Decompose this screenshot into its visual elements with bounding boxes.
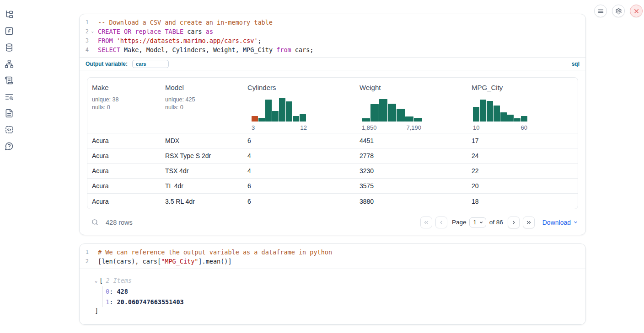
table-row[interactable]: AcuraTL 4dr6357520 <box>87 179 578 194</box>
table-cell: 6 <box>243 198 355 205</box>
column-name: Make <box>92 84 156 91</box>
line-number: 4 <box>80 45 94 54</box>
help-chat-icon[interactable] <box>4 141 15 152</box>
search-icon[interactable] <box>91 218 99 226</box>
histogram-bar[interactable] <box>388 104 396 122</box>
histogram-bar[interactable] <box>265 100 272 122</box>
histogram-bar[interactable] <box>507 115 514 122</box>
hamburger-icon <box>597 8 604 15</box>
python-cell: 1# We can reference the output variable … <box>79 243 586 325</box>
line-number: 1 <box>80 18 94 27</box>
table-cell: 4 <box>243 167 355 174</box>
page-of-label: of 86 <box>489 219 503 226</box>
shutdown-button[interactable] <box>630 5 643 17</box>
sql-code-editor[interactable]: 1-- Download a CSV and create an in-memo… <box>80 14 585 57</box>
column-header-cylinders[interactable]: Cylinders312 <box>243 78 355 133</box>
line-number: 2 <box>80 257 94 266</box>
logs-scroll-icon[interactable] <box>4 75 15 86</box>
documentation-file-icon[interactable] <box>4 108 15 119</box>
column-header-weight[interactable]: Weight1,8507,190 <box>355 78 467 133</box>
table-row[interactable]: AcuraTSX 4dr4323022 <box>87 164 578 179</box>
column-stats: unique: 38nulls: 0 <box>92 96 156 111</box>
table-cell: 3575 <box>355 182 467 190</box>
table-row[interactable]: Acura3.5 RL 4dr6388018 <box>87 194 578 209</box>
column-name: Weight <box>360 84 462 91</box>
chevron-down-icon <box>479 220 483 225</box>
code-line[interactable]: 4SELECT Make, Model, Cylinders, Weight, … <box>80 45 585 54</box>
chevron-down-icon <box>573 220 578 225</box>
code-line[interactable]: 2⌄CREATE OR replace TABLE cars as <box>80 27 585 36</box>
table-row[interactable]: AcuraRSX Type S 2dr4277824 <box>87 148 578 164</box>
python-output: ⌄ [ 2 Items 0: 4281: 20.060747663551403 … <box>80 269 585 322</box>
table-cell: 3.5 RL 4dr <box>161 198 243 205</box>
settings-button[interactable] <box>612 5 625 17</box>
output-variable-label: Output variable: <box>86 61 128 67</box>
histogram-bar[interactable] <box>494 106 500 122</box>
code-text: [len(cars), cars["MPG_City"].mean()] <box>94 257 232 266</box>
file-explorer-icon[interactable] <box>4 9 15 20</box>
last-page-button[interactable] <box>523 217 535 228</box>
code-text: -- Download a CSV and create an in-memor… <box>94 18 273 27</box>
histogram-bar[interactable] <box>279 98 285 122</box>
column-name: MPG_City <box>472 84 573 91</box>
chevron-right-icon <box>510 219 517 226</box>
line-number: 3 <box>80 36 94 45</box>
page-select-value: 1 <box>473 219 476 226</box>
menu-button[interactable] <box>594 5 607 17</box>
close-bracket: ] <box>87 307 578 316</box>
histogram-bar[interactable] <box>405 116 413 122</box>
histogram-bar[interactable] <box>514 118 521 122</box>
output-variable-input[interactable] <box>132 60 169 68</box>
table-cell: 22 <box>467 167 578 174</box>
histogram-bar[interactable] <box>258 118 265 122</box>
column-stats: unique: 425nulls: 0 <box>165 96 238 111</box>
column-header-model[interactable]: Modelunique: 425nulls: 0 <box>161 78 243 133</box>
download-label: Download <box>542 219 571 226</box>
line-number: 2⌄ <box>80 27 94 36</box>
histogram-bar[interactable] <box>480 100 486 122</box>
download-button[interactable]: Download <box>542 219 578 226</box>
output-variable-bar: Output variable: sql <box>80 57 585 70</box>
histogram-bar[interactable] <box>487 101 493 122</box>
histogram-bar[interactable] <box>500 112 507 122</box>
table-cell: MDX <box>161 137 243 144</box>
histogram-bar[interactable] <box>286 101 292 122</box>
dependency-graph-icon[interactable] <box>4 58 15 69</box>
code-line[interactable]: 3FROM 'https://datasets.marimo.app/cars.… <box>80 36 585 45</box>
histogram-bar[interactable] <box>293 116 299 122</box>
histogram-bar[interactable] <box>379 99 387 122</box>
snippets-code-icon[interactable] <box>4 124 15 135</box>
histogram-bar[interactable] <box>370 104 379 122</box>
histogram-bar[interactable] <box>473 107 479 122</box>
page-select[interactable]: 1 <box>469 217 486 227</box>
column-header-make[interactable]: Makeunique: 38nulls: 0 <box>87 78 161 133</box>
top-right-controls <box>594 5 643 17</box>
column-header-mpg_city[interactable]: MPG_City1060 <box>467 78 578 133</box>
fold-chevron-icon[interactable]: ⌄ <box>91 26 94 36</box>
histogram-bar[interactable] <box>362 118 370 122</box>
chevrons-right-icon <box>526 219 532 226</box>
prev-page-button[interactable] <box>435 217 447 228</box>
next-page-button[interactable] <box>508 217 520 228</box>
gear-icon <box>615 8 622 15</box>
first-page-button[interactable] <box>420 217 432 228</box>
table-cell: 6 <box>243 182 355 190</box>
variables-function-icon[interactable] <box>4 26 15 37</box>
histogram-bar[interactable] <box>521 116 527 122</box>
output-list-header: ⌄ [ 2 Items <box>87 275 578 285</box>
histogram-bar[interactable] <box>252 116 258 122</box>
code-text: # We can reference the output variable a… <box>94 248 332 257</box>
histogram-bar[interactable] <box>397 109 405 122</box>
histogram-bar[interactable] <box>300 114 306 122</box>
histogram-bar[interactable] <box>414 118 422 122</box>
histogram-axis-labels: 1060 <box>473 124 527 131</box>
table-row[interactable]: AcuraMDX6445117 <box>87 133 578 148</box>
code-line[interactable]: 1-- Download a CSV and create an in-memo… <box>80 18 585 27</box>
code-line[interactable]: 2[len(cars), cars["MPG_City"].mean()] <box>80 257 585 266</box>
histogram-bar[interactable] <box>272 111 279 122</box>
database-icon[interactable] <box>4 42 15 53</box>
python-code-editor[interactable]: 1# We can reference the output variable … <box>80 244 585 269</box>
text-search-icon[interactable] <box>4 91 15 102</box>
code-line[interactable]: 1# We can reference the output variable … <box>80 248 585 257</box>
collapse-chevron-icon[interactable]: ⌄ <box>95 278 97 283</box>
